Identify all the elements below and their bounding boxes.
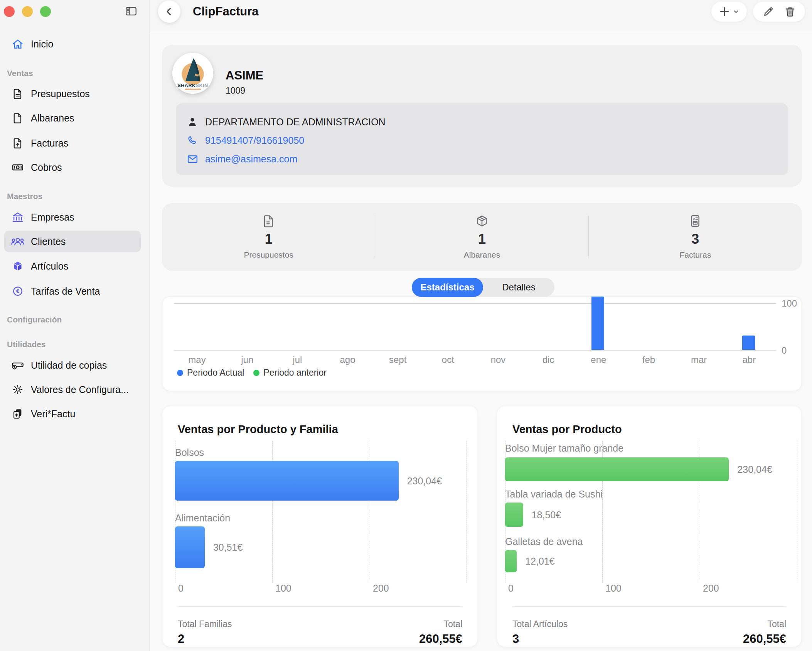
bar-category: Alimentación bbox=[175, 513, 230, 524]
tab-detalles[interactable]: Detalles bbox=[483, 278, 554, 297]
copy-upload-icon bbox=[10, 407, 25, 420]
window-zoom-button[interactable] bbox=[40, 6, 51, 17]
sidebar-item-label: Cobros bbox=[31, 162, 62, 173]
contact-phone-row: 915491407/916619050 bbox=[176, 131, 788, 150]
sidebar-item-utilidad-copias[interactable]: Utilidad de copias bbox=[4, 354, 141, 376]
bar-value: 30,51€ bbox=[213, 542, 243, 553]
gridline-300 bbox=[797, 441, 797, 583]
tab-estadisticas[interactable]: Estadísticas bbox=[412, 278, 483, 297]
add-button[interactable] bbox=[711, 2, 747, 22]
footer-value: 260,55€ bbox=[419, 632, 462, 646]
window-close-button[interactable] bbox=[4, 6, 15, 17]
plus-icon bbox=[718, 5, 731, 18]
chevron-down-icon bbox=[732, 8, 740, 15]
month-label: jun bbox=[241, 354, 253, 365]
invoice-icon: A bbox=[688, 214, 702, 229]
footer-label: Total Artículos bbox=[512, 619, 568, 629]
monthly-months: mayjunjulagoseptoctnovdicenefebmarabr bbox=[174, 354, 776, 366]
pencil-icon[interactable] bbox=[763, 6, 774, 17]
sidebar-section-utilidades: Utilidades bbox=[7, 340, 45, 349]
footer-value: 2 bbox=[178, 632, 184, 646]
app-window: Inicio Ventas Presupuestos Albaranes bbox=[0, 0, 812, 651]
bar bbox=[175, 461, 399, 501]
sidebar-item-label: Valores de Configura... bbox=[31, 384, 129, 395]
trash-icon[interactable] bbox=[784, 6, 796, 17]
sidebar-item-presupuestos[interactable]: Presupuestos bbox=[4, 83, 141, 105]
gridline-100 bbox=[174, 303, 776, 304]
window-minimize-button[interactable] bbox=[22, 6, 33, 17]
stat-facturas: A 3 Facturas bbox=[589, 203, 802, 271]
footer-value: 260,55€ bbox=[743, 632, 786, 646]
chevron-left-icon bbox=[163, 6, 175, 17]
legend-label-previous: Periodo anterior bbox=[263, 368, 327, 378]
stat-label: Presupuestos bbox=[244, 250, 293, 260]
bar-category: Bolso Mujer tamaño grande bbox=[505, 443, 623, 454]
sidebar-section-configuracion: Configuración bbox=[7, 315, 62, 324]
stat-value: 3 bbox=[691, 231, 699, 247]
month-label: sept bbox=[389, 354, 406, 365]
footer-value: 3 bbox=[512, 632, 519, 646]
bar-value: 12,01€ bbox=[525, 556, 554, 567]
legend-label-current: Periodo Actual bbox=[187, 368, 244, 378]
sidebar-section-ventas: Ventas bbox=[7, 69, 33, 78]
sidebar-item-inicio[interactable]: Inicio bbox=[4, 33, 141, 55]
stat-value: 1 bbox=[478, 231, 486, 247]
cube-icon bbox=[10, 260, 25, 273]
family-plot: Bolsos 230,04€ Alimentación 30,51€ 0 100… bbox=[175, 406, 467, 647]
bar-row: 230,04€ bbox=[505, 457, 797, 481]
contact-department-row: DEPARTAMENTO DE ADMINISTRACION bbox=[176, 113, 788, 131]
customer-code: 1009 bbox=[226, 86, 245, 96]
svg-text:€: € bbox=[16, 288, 19, 294]
month-label: nov bbox=[491, 354, 506, 365]
y-tick-100: 100 bbox=[782, 298, 797, 309]
divider bbox=[178, 606, 462, 607]
sidebar-item-label: Albaranes bbox=[31, 113, 74, 124]
monthly-bar bbox=[742, 336, 755, 350]
bank-icon bbox=[10, 211, 25, 224]
customer-department: DEPARTAMENTO DE ADMINISTRACION bbox=[205, 116, 386, 128]
bar-row: 12,01€ bbox=[505, 550, 797, 572]
svg-text:A: A bbox=[693, 217, 696, 221]
sidebar-item-verifactu[interactable]: Veri*Factu bbox=[4, 403, 141, 425]
sidebar-item-tarifas[interactable]: € Tarifas de Venta bbox=[4, 280, 141, 302]
bar-row: 18,50€ bbox=[505, 503, 797, 527]
month-label: dic bbox=[542, 354, 554, 365]
segmented-control: Estadísticas Detalles bbox=[412, 278, 554, 297]
family-sales-card: Ventas por Producto y Familia Bolsos 230… bbox=[162, 406, 478, 647]
sidebar-item-empresas[interactable]: Empresas bbox=[4, 206, 141, 228]
x-tick: 100 bbox=[275, 583, 291, 594]
x-tick: 0 bbox=[178, 583, 184, 594]
sidebar-item-cobros[interactable]: Cobros bbox=[4, 157, 141, 178]
sidebar-item-albaranes[interactable]: Albaranes bbox=[4, 107, 141, 129]
bar-category: Tabla variada de Sushi bbox=[505, 489, 603, 500]
y-tick-0: 0 bbox=[782, 345, 787, 356]
sidebar-item-articulos[interactable]: Artículos bbox=[4, 255, 141, 277]
bar bbox=[175, 526, 205, 568]
people-icon bbox=[10, 235, 25, 248]
person-icon bbox=[186, 116, 199, 128]
stat-value: 1 bbox=[265, 231, 273, 247]
back-button[interactable] bbox=[158, 0, 180, 23]
euro-circle-icon: € bbox=[10, 285, 25, 298]
sidebar-item-label: Empresas bbox=[31, 212, 74, 223]
legend-dot-current bbox=[177, 370, 183, 376]
sidebar-item-valores-configuracion[interactable]: Valores de Configura... bbox=[4, 379, 141, 400]
document-text-icon bbox=[262, 214, 276, 229]
bar bbox=[505, 503, 523, 527]
sidebar-item-facturas[interactable]: Facturas bbox=[4, 132, 141, 154]
envelope-icon bbox=[186, 153, 199, 165]
month-label: jul bbox=[293, 354, 302, 365]
sidebar-item-label: Utilidad de copias bbox=[31, 360, 107, 371]
bar-value: 18,50€ bbox=[532, 509, 561, 520]
sidebar-toggle-icon[interactable] bbox=[124, 5, 138, 18]
monthly-plot bbox=[174, 297, 776, 351]
customer-phone-link[interactable]: 915491407/916619050 bbox=[205, 135, 304, 146]
sidebar-item-clientes[interactable]: Clientes bbox=[4, 231, 141, 252]
customer-name: ASIME bbox=[226, 69, 263, 83]
customer-avatar: SHARKSKIN bbox=[172, 53, 213, 94]
contact-email-row: asime@asimesa.com bbox=[176, 150, 788, 168]
customer-email-link[interactable]: asime@asimesa.com bbox=[205, 153, 297, 165]
stat-label: Albaranes bbox=[464, 250, 500, 260]
footer-label: Total bbox=[443, 619, 462, 629]
bar-category: Bolsos bbox=[175, 447, 204, 458]
